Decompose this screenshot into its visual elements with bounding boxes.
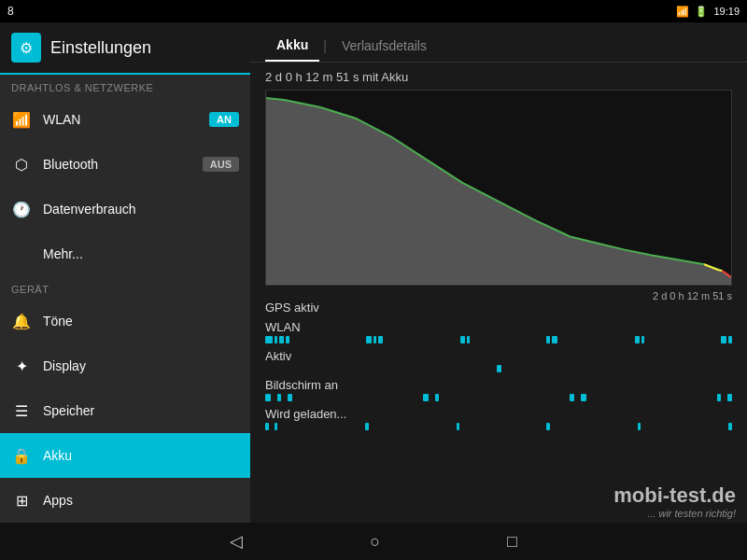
speicher-label: Speicher (43, 403, 239, 418)
aktiv-label: Aktiv (265, 349, 732, 363)
datenverbrauch-icon: 🕐 (11, 201, 32, 218)
akku-label: Akku (43, 448, 239, 463)
chart-container: 2 d 0 h 12 m 51 s (265, 90, 732, 295)
sidebar-item-akku[interactable]: 🔒 Akku (0, 433, 250, 478)
apps-icon: ⊞ (11, 492, 32, 510)
wlan-bar (265, 336, 732, 343)
content-tabs: Akku | Verlaufsdetails (250, 22, 747, 63)
tab-separator: | (319, 38, 331, 53)
sidebar-item-toene[interactable]: 🔔 Töne (0, 299, 250, 343)
status-bar: 8 📶 🔋 19:19 (0, 0, 747, 22)
back-button[interactable]: ◁ (222, 527, 250, 555)
main-layout: ⚙ Einstellungen DRAHTLOS & NETZWERKE 📶 W… (0, 22, 747, 523)
aktiv-bar (265, 365, 732, 372)
tab-verlaufsdetails[interactable]: Verlaufsdetails (331, 31, 438, 61)
settings-icon-box: ⚙ (11, 33, 41, 63)
tab-akku[interactable]: Akku (265, 30, 319, 62)
sidebar-item-bluetooth[interactable]: ⬡ Bluetooth AUS (0, 142, 250, 187)
battery-time: 2 d 0 h 12 m 51 s mit Akku (250, 63, 747, 90)
sidebar-item-wlan[interactable]: 📶 WLAN AN (0, 97, 250, 142)
wlan-icon: 📶 (11, 111, 32, 129)
activity-row-geladen: Wird geladen... (265, 407, 732, 430)
battery-icon: 🔋 (695, 6, 708, 18)
geladen-label: Wird geladen... (265, 407, 732, 421)
bluetooth-icon: ⬡ (11, 156, 32, 174)
toene-label: Töne (43, 314, 239, 329)
mehr-label: Mehr... (43, 246, 239, 261)
sidebar-header: ⚙ Einstellungen (0, 22, 250, 75)
geladen-bar (265, 423, 732, 430)
activity-row-bildschirm: Bildschirm an (265, 378, 732, 401)
section-label-geraet: GERÄT (0, 276, 250, 299)
speicher-icon: ☰ (11, 402, 32, 420)
bottom-nav: ◁ ○ □ (0, 523, 747, 560)
bildschirm-bar (265, 394, 732, 401)
battery-chart (265, 90, 732, 286)
wlan-label: WLAN (43, 112, 198, 127)
status-number: 8 (7, 5, 14, 18)
activity-row-aktiv: Aktiv (265, 349, 732, 372)
activity-row-wlan: WLAN (265, 320, 732, 343)
chart-x-label: 2 d 0 h 12 m 51 s (265, 288, 732, 303)
activity-rows: GPS aktiv WLAN (250, 295, 747, 441)
status-left: 8 (7, 5, 14, 18)
datenverbrauch-label: Datenverbrauch (43, 202, 239, 217)
status-time: 19:19 (713, 6, 740, 17)
display-icon: ✦ (11, 357, 32, 375)
recent-button[interactable]: □ (500, 528, 525, 555)
sidebar: ⚙ Einstellungen DRAHTLOS & NETZWERKE 📶 W… (0, 22, 250, 523)
bildschirm-label: Bildschirm an (265, 378, 732, 392)
display-label: Display (43, 358, 239, 373)
sidebar-item-speicher[interactable]: ☰ Speicher (0, 388, 250, 433)
wlan-toggle[interactable]: AN (209, 112, 239, 127)
akku-icon: 🔒 (11, 447, 32, 465)
apps-label: Apps (43, 493, 239, 508)
wlan-activity-label: WLAN (265, 320, 732, 334)
content-area: Akku | Verlaufsdetails 2 d 0 h 12 m 51 s… (250, 22, 747, 523)
home-button[interactable]: ○ (362, 528, 388, 555)
bluetooth-label: Bluetooth (43, 157, 191, 172)
status-right: 📶 🔋 19:19 (676, 6, 740, 18)
sidebar-title: Einstellungen (50, 38, 151, 58)
toene-icon: 🔔 (11, 313, 32, 330)
settings-icon: ⚙ (20, 39, 33, 57)
sidebar-item-mehr[interactable]: Mehr... (0, 231, 250, 276)
sidebar-item-datenverbrauch[interactable]: 🕐 Datenverbrauch (0, 187, 250, 231)
sidebar-item-apps[interactable]: ⊞ Apps (0, 478, 250, 523)
wifi-icon: 📶 (676, 6, 689, 18)
section-label-network: DRAHTLOS & NETZWERKE (0, 75, 250, 97)
bluetooth-toggle[interactable]: AUS (203, 157, 239, 172)
sidebar-item-display[interactable]: ✦ Display (0, 343, 250, 388)
